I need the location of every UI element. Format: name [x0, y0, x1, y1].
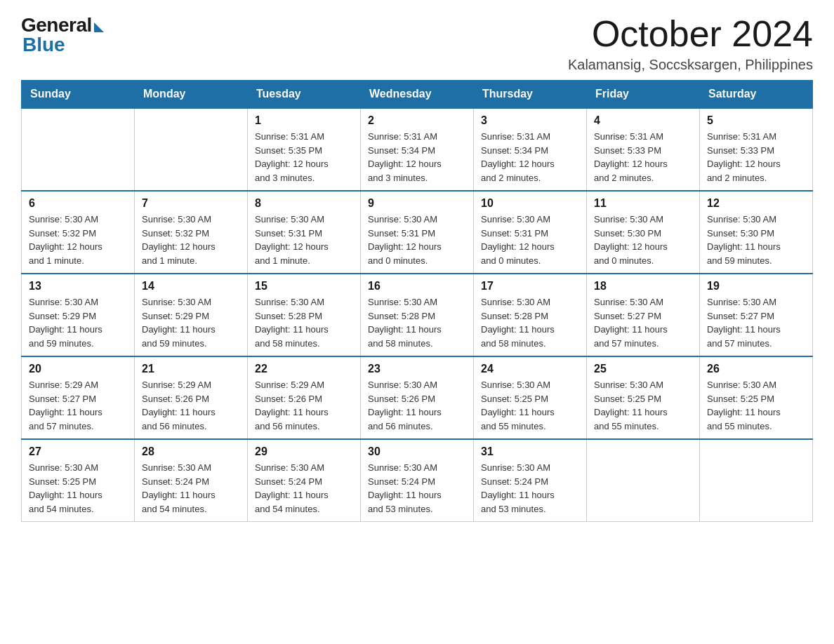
day-number: 11 [594, 197, 692, 210]
calendar-cell: 22Sunrise: 5:29 AM Sunset: 5:26 PM Dayli… [248, 356, 361, 439]
day-number: 23 [368, 363, 466, 375]
calendar-cell: 18Sunrise: 5:30 AM Sunset: 5:27 PM Dayli… [587, 274, 700, 356]
day-number: 18 [594, 280, 692, 293]
day-number: 3 [481, 114, 579, 127]
calendar-week-row: 6Sunrise: 5:30 AM Sunset: 5:32 PM Daylig… [22, 191, 813, 274]
day-info: Sunrise: 5:30 AM Sunset: 5:31 PM Dayligh… [368, 213, 466, 267]
day-number: 31 [481, 445, 579, 458]
day-number: 8 [255, 197, 353, 210]
day-info: Sunrise: 5:29 AM Sunset: 5:26 PM Dayligh… [142, 378, 240, 433]
day-number: 25 [594, 363, 692, 375]
calendar-cell [22, 108, 135, 191]
day-info: Sunrise: 5:30 AM Sunset: 5:24 PM Dayligh… [255, 461, 353, 516]
day-number: 4 [594, 114, 692, 127]
calendar-cell: 11Sunrise: 5:30 AM Sunset: 5:30 PM Dayli… [587, 191, 700, 274]
calendar-cell: 15Sunrise: 5:30 AM Sunset: 5:28 PM Dayli… [248, 274, 361, 356]
day-number: 19 [707, 280, 805, 293]
calendar-cell: 31Sunrise: 5:30 AM Sunset: 5:24 PM Dayli… [474, 439, 587, 522]
calendar-cell [700, 439, 813, 522]
day-number: 26 [707, 363, 805, 375]
calendar-cell: 4Sunrise: 5:31 AM Sunset: 5:33 PM Daylig… [587, 108, 700, 191]
calendar-week-row: 1Sunrise: 5:31 AM Sunset: 5:35 PM Daylig… [22, 108, 813, 191]
column-header-thursday: Thursday [474, 81, 587, 109]
column-header-sunday: Sunday [22, 81, 135, 109]
calendar-cell: 29Sunrise: 5:30 AM Sunset: 5:24 PM Dayli… [248, 439, 361, 522]
day-number: 29 [255, 445, 353, 458]
calendar-cell [135, 108, 248, 191]
calendar-cell: 25Sunrise: 5:30 AM Sunset: 5:25 PM Dayli… [587, 356, 700, 439]
calendar-cell: 21Sunrise: 5:29 AM Sunset: 5:26 PM Dayli… [135, 356, 248, 439]
calendar-cell: 9Sunrise: 5:30 AM Sunset: 5:31 PM Daylig… [361, 191, 474, 274]
calendar-cell: 13Sunrise: 5:30 AM Sunset: 5:29 PM Dayli… [22, 274, 135, 356]
calendar-cell: 23Sunrise: 5:30 AM Sunset: 5:26 PM Dayli… [361, 356, 474, 439]
day-info: Sunrise: 5:31 AM Sunset: 5:33 PM Dayligh… [707, 130, 805, 185]
day-number: 24 [481, 363, 579, 375]
day-number: 17 [481, 280, 579, 293]
day-info: Sunrise: 5:31 AM Sunset: 5:34 PM Dayligh… [481, 130, 579, 185]
calendar-cell: 5Sunrise: 5:31 AM Sunset: 5:33 PM Daylig… [700, 108, 813, 191]
day-number: 30 [368, 445, 466, 458]
calendar-cell: 24Sunrise: 5:30 AM Sunset: 5:25 PM Dayli… [474, 356, 587, 439]
calendar-cell: 17Sunrise: 5:30 AM Sunset: 5:28 PM Dayli… [474, 274, 587, 356]
calendar-week-row: 27Sunrise: 5:30 AM Sunset: 5:25 PM Dayli… [22, 439, 813, 522]
calendar-cell: 20Sunrise: 5:29 AM Sunset: 5:27 PM Dayli… [22, 356, 135, 439]
day-number: 22 [255, 363, 353, 375]
calendar-header-row: SundayMondayTuesdayWednesdayThursdayFrid… [22, 81, 813, 109]
day-number: 2 [368, 114, 466, 127]
day-number: 12 [707, 197, 805, 210]
day-number: 14 [142, 280, 240, 293]
day-info: Sunrise: 5:30 AM Sunset: 5:30 PM Dayligh… [594, 213, 692, 267]
day-info: Sunrise: 5:30 AM Sunset: 5:25 PM Dayligh… [29, 461, 127, 516]
day-number: 27 [29, 445, 127, 458]
calendar-cell: 7Sunrise: 5:30 AM Sunset: 5:32 PM Daylig… [135, 191, 248, 274]
day-info: Sunrise: 5:30 AM Sunset: 5:27 PM Dayligh… [594, 295, 692, 350]
day-number: 9 [368, 197, 466, 210]
logo-arrow-icon [94, 22, 104, 32]
calendar-cell: 19Sunrise: 5:30 AM Sunset: 5:27 PM Dayli… [700, 274, 813, 356]
day-info: Sunrise: 5:30 AM Sunset: 5:27 PM Dayligh… [707, 295, 805, 350]
day-info: Sunrise: 5:30 AM Sunset: 5:28 PM Dayligh… [481, 295, 579, 350]
day-info: Sunrise: 5:29 AM Sunset: 5:26 PM Dayligh… [255, 378, 353, 433]
day-info: Sunrise: 5:30 AM Sunset: 5:26 PM Dayligh… [368, 378, 466, 433]
day-info: Sunrise: 5:31 AM Sunset: 5:33 PM Dayligh… [594, 130, 692, 185]
calendar-cell: 26Sunrise: 5:30 AM Sunset: 5:25 PM Dayli… [700, 356, 813, 439]
day-number: 20 [29, 363, 127, 375]
calendar-cell: 28Sunrise: 5:30 AM Sunset: 5:24 PM Dayli… [135, 439, 248, 522]
calendar-cell: 12Sunrise: 5:30 AM Sunset: 5:30 PM Dayli… [700, 191, 813, 274]
calendar-cell: 1Sunrise: 5:31 AM Sunset: 5:35 PM Daylig… [248, 108, 361, 191]
day-number: 16 [368, 280, 466, 293]
day-info: Sunrise: 5:31 AM Sunset: 5:34 PM Dayligh… [368, 130, 466, 185]
day-number: 7 [142, 197, 240, 210]
day-info: Sunrise: 5:30 AM Sunset: 5:25 PM Dayligh… [594, 378, 692, 433]
day-info: Sunrise: 5:31 AM Sunset: 5:35 PM Dayligh… [255, 130, 353, 185]
day-number: 10 [481, 197, 579, 210]
day-info: Sunrise: 5:30 AM Sunset: 5:25 PM Dayligh… [481, 378, 579, 433]
month-title: October 2024 [568, 14, 813, 54]
calendar-cell: 6Sunrise: 5:30 AM Sunset: 5:32 PM Daylig… [22, 191, 135, 274]
column-header-friday: Friday [587, 81, 700, 109]
column-header-tuesday: Tuesday [248, 81, 361, 109]
day-info: Sunrise: 5:30 AM Sunset: 5:32 PM Dayligh… [142, 213, 240, 267]
page-header: General Blue October 2024 Kalamansig, So… [21, 14, 813, 73]
calendar-table: SundayMondayTuesdayWednesdayThursdayFrid… [21, 80, 813, 522]
day-info: Sunrise: 5:30 AM Sunset: 5:28 PM Dayligh… [255, 295, 353, 350]
location-text: Kalamansig, Soccsksargen, Philippines [568, 57, 813, 73]
calendar-cell: 16Sunrise: 5:30 AM Sunset: 5:28 PM Dayli… [361, 274, 474, 356]
day-info: Sunrise: 5:30 AM Sunset: 5:24 PM Dayligh… [481, 461, 579, 516]
day-info: Sunrise: 5:29 AM Sunset: 5:27 PM Dayligh… [29, 378, 127, 433]
column-header-saturday: Saturday [700, 81, 813, 109]
calendar-cell: 27Sunrise: 5:30 AM Sunset: 5:25 PM Dayli… [22, 439, 135, 522]
day-number: 1 [255, 114, 353, 127]
day-number: 6 [29, 197, 127, 210]
title-block: October 2024 Kalamansig, Soccsksargen, P… [568, 14, 813, 73]
day-info: Sunrise: 5:30 AM Sunset: 5:32 PM Dayligh… [29, 213, 127, 267]
logo: General Blue [21, 14, 104, 56]
column-header-wednesday: Wednesday [361, 81, 474, 109]
day-info: Sunrise: 5:30 AM Sunset: 5:28 PM Dayligh… [368, 295, 466, 350]
day-number: 15 [255, 280, 353, 293]
calendar-cell: 30Sunrise: 5:30 AM Sunset: 5:24 PM Dayli… [361, 439, 474, 522]
day-info: Sunrise: 5:30 AM Sunset: 5:29 PM Dayligh… [29, 295, 127, 350]
day-info: Sunrise: 5:30 AM Sunset: 5:24 PM Dayligh… [368, 461, 466, 516]
day-info: Sunrise: 5:30 AM Sunset: 5:24 PM Dayligh… [142, 461, 240, 516]
day-number: 5 [707, 114, 805, 127]
